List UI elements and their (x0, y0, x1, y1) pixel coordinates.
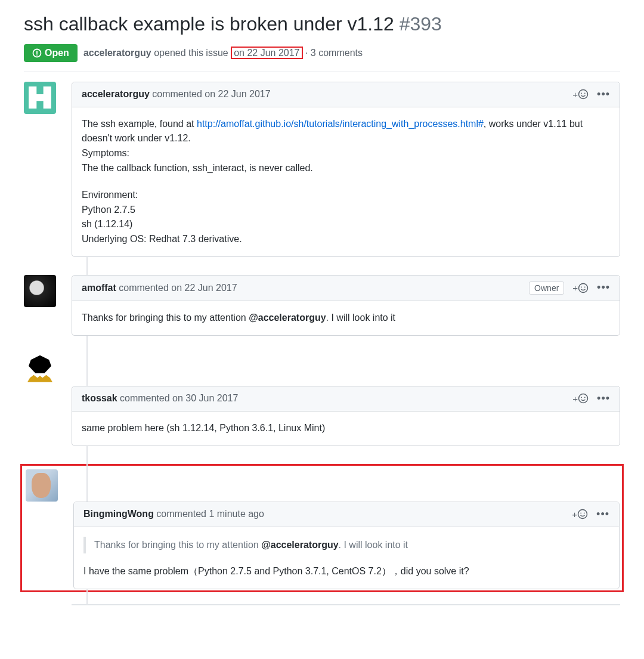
highlighted-comment-annotation: BingmingWong commented 1 minute ago + ••… (20, 464, 624, 593)
comment-verb: commented (156, 509, 206, 519)
comment-body: Thanks for bringing this to my attention… (74, 527, 619, 589)
user-mention[interactable]: @acceleratorguy (249, 313, 326, 323)
comment-header-left: BingmingWong commented 1 minute ago (83, 509, 264, 519)
comment-date: 1 minute ago (209, 509, 264, 519)
issue-state-badge: Open (24, 44, 78, 62)
svg-point-9 (579, 394, 588, 403)
add-reaction-button[interactable]: + (572, 89, 589, 100)
issue-header: ssh callback example is broken under v1.… (24, 12, 620, 72)
comment-actions: + ••• (572, 88, 610, 101)
comment-menu-button[interactable]: ••• (596, 508, 609, 521)
comment-menu-button[interactable]: ••• (597, 281, 610, 294)
comment-menu-button[interactable]: ••• (597, 88, 610, 101)
svg-point-6 (579, 283, 588, 292)
issue-meta: Open acceleratorguy opened this issue on… (24, 44, 620, 62)
svg-point-14 (584, 512, 585, 513)
comment-header-left: acceleratorguy commented on 22 Jun 2017 (82, 89, 271, 100)
comment-menu-button[interactable]: ••• (597, 392, 610, 405)
comment-box: BingmingWong commented 1 minute ago + ••… (73, 502, 620, 590)
svg-point-5 (584, 92, 586, 94)
meta-dot: · (305, 48, 308, 58)
issue-author-link[interactable]: acceleratorguy (83, 48, 151, 58)
timeline: acceleratorguy commented on 22 Jun 2017 … (72, 82, 620, 606)
comment-body: The ssh example, found at http://amoffat… (72, 107, 620, 256)
svg-point-12 (578, 510, 587, 519)
user-mention[interactable]: @acceleratorguy (261, 540, 338, 550)
comment-date: on 30 Jun 2017 (172, 393, 238, 403)
comment: acceleratorguy commented on 22 Jun 2017 … (72, 82, 620, 257)
comment-actions: Owner + ••• (529, 281, 610, 295)
opened-verb: opened this issue (154, 48, 231, 58)
comment-author-link[interactable]: amoffat (82, 283, 116, 293)
comment-date: on 22 Jun 2017 (205, 89, 270, 99)
comment: tkossak commented on 30 Jun 2017 + ••• s… (72, 354, 620, 446)
comment-verb: commented (119, 283, 169, 293)
comment-actions: + ••• (572, 508, 609, 521)
opened-date-highlight: on 22 Jun 2017 (231, 47, 302, 59)
svg-point-8 (584, 286, 586, 287)
comment-body: Thanks for bringing this to my attention… (72, 301, 620, 335)
svg-point-3 (579, 90, 588, 99)
comment: BingmingWong commented 1 minute ago + ••… (73, 469, 620, 590)
svg-point-10 (581, 397, 582, 398)
avatar[interactable] (26, 469, 58, 502)
owner-badge: Owner (529, 281, 564, 295)
comment-author-link[interactable]: BingmingWong (83, 509, 154, 519)
issue-number: #393 (400, 13, 442, 35)
example-link[interactable]: http://amoffat.github.io/sh/tutorials/in… (197, 119, 484, 129)
timeline-divider (72, 604, 620, 605)
avatar[interactable] (24, 275, 56, 307)
comment-verb: commented (152, 89, 202, 99)
svg-point-4 (581, 92, 582, 94)
comment-count: 3 comments (311, 48, 363, 58)
comment-actions: + ••• (572, 392, 610, 405)
svg-rect-2 (36, 54, 38, 55)
comment-header: amoffat commented on 22 Jun 2017 Owner +… (72, 276, 620, 301)
svg-point-11 (584, 397, 586, 398)
avatar[interactable] (24, 82, 56, 114)
quote-block: Thanks for bringing this to my attention… (83, 537, 609, 554)
avatar[interactable] (24, 354, 56, 386)
issue-meta-text: acceleratorguy opened this issue on 22 J… (83, 48, 363, 58)
issue-title: ssh callback example is broken under v1.… (24, 12, 620, 37)
comment-box: tkossak commented on 30 Jun 2017 + ••• s… (72, 386, 620, 446)
add-reaction-button[interactable]: + (572, 283, 589, 293)
issue-state-text: Open (45, 48, 69, 58)
comment-header: tkossak commented on 30 Jun 2017 + ••• (72, 386, 620, 412)
comment-header-left: amoffat commented on 22 Jun 2017 (82, 283, 237, 293)
comment-box: amoffat commented on 22 Jun 2017 Owner +… (72, 275, 620, 336)
comment-date: on 22 Jun 2017 (171, 283, 237, 293)
comment-header: BingmingWong commented 1 minute ago + ••… (74, 502, 619, 527)
issue-title-text: ssh callback example is broken under v1.… (24, 13, 394, 35)
comment-body: same problem here (sh 1.12.14, Python 3.… (72, 412, 620, 445)
comment-header-left: tkossak commented on 30 Jun 2017 (82, 393, 238, 404)
add-reaction-button[interactable]: + (572, 393, 589, 404)
svg-point-7 (581, 286, 582, 287)
svg-rect-1 (36, 51, 38, 54)
issue-open-icon (32, 48, 42, 58)
add-reaction-button[interactable]: + (572, 509, 588, 519)
comment-box: acceleratorguy commented on 22 Jun 2017 … (72, 82, 620, 257)
comment-verb: commented (120, 393, 170, 403)
comment-author-link[interactable]: tkossak (82, 393, 117, 403)
comment-author-link[interactable]: acceleratorguy (82, 89, 150, 99)
comment-header: acceleratorguy commented on 22 Jun 2017 … (72, 82, 620, 107)
comment: amoffat commented on 22 Jun 2017 Owner +… (72, 275, 620, 336)
svg-point-13 (580, 512, 581, 513)
